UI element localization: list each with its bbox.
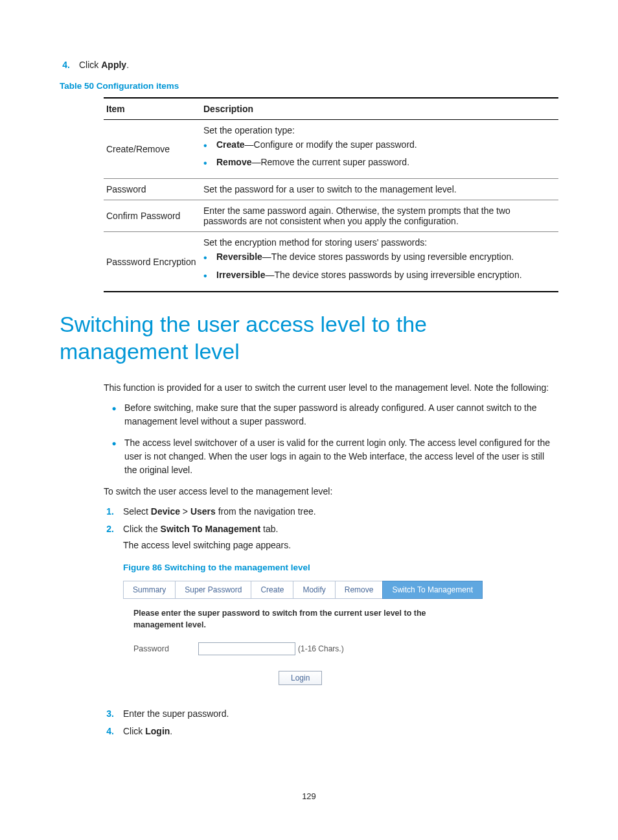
table-row: Confirm Password Enter the same password… (104, 200, 558, 232)
cell-item: Confirm Password (104, 200, 201, 232)
step-body: Click Login. (123, 725, 558, 738)
figure-caption: Figure 86 Switching to the management le… (123, 561, 558, 574)
cell-item: Password (104, 179, 201, 200)
login-button[interactable]: Login (279, 671, 322, 685)
list-item: Reversible—The device stores passwords b… (203, 250, 555, 265)
bullet-icon: ● (104, 436, 124, 477)
list-item: Remove—Remove the current super password… (203, 156, 555, 170)
tab-switch-to-management[interactable]: Switch To Management (382, 581, 483, 599)
step-2: 2. Click the Switch To Management tab. T… (104, 522, 558, 703)
table-header-row: Item Description (104, 98, 558, 120)
list-item: Create—Configure or modify the super pas… (203, 138, 555, 153)
configuration-table: Item Description Create/Remove Set the o… (104, 97, 558, 292)
step-3: 3. Enter the super password. (104, 707, 558, 721)
bullet-list: Reversible—The device stores passwords b… (203, 250, 555, 283)
step-body: Click Apply. (79, 58, 558, 72)
ui-screenshot: Summary Super Password Create Modify Rem… (123, 581, 553, 697)
step-1: 1. Select Device > Users from the naviga… (104, 505, 558, 519)
password-row: Password (1-16 Chars.) (133, 642, 543, 655)
step-subtext: The access level switching page appears. (123, 539, 558, 552)
button-row: Login (133, 671, 543, 685)
cell-desc: Set the password for a user to switch to… (201, 179, 558, 200)
bullet-list: Create—Configure or modify the super pas… (203, 138, 555, 170)
cell-item: Create/Remove (104, 120, 201, 179)
ui-instruction: Please enter the super password to switc… (133, 608, 444, 631)
step-number: 1. (104, 505, 123, 519)
list-item: Irreversible—The device stores passwords… (203, 268, 555, 283)
tab-summary[interactable]: Summary (123, 581, 176, 599)
cell-desc: Enter the same password again. Otherwise… (201, 200, 558, 232)
step-4: 4. Click Apply. (60, 58, 558, 72)
th-desc: Description (201, 98, 558, 120)
table-caption: Table 50 Configuration items (60, 81, 558, 91)
list-item: ●Before switching, make sure that the su… (104, 401, 558, 428)
step-number: 4. (104, 725, 123, 738)
notes-list: ●Before switching, make sure that the su… (104, 401, 558, 477)
step-body: Click the Switch To Management tab. The … (123, 522, 558, 703)
step-number: 3. (104, 707, 123, 721)
to-switch-paragraph: To switch the user access level to the m… (104, 485, 558, 498)
th-item: Item (104, 98, 201, 120)
step-number: 2. (104, 522, 123, 703)
ui-tabbar: Summary Super Password Create Modify Rem… (123, 581, 553, 599)
cell-desc: Set the operation type: Create—Configure… (201, 120, 558, 179)
table-row: Passsword Encryption Set the encryption … (104, 232, 558, 292)
step-body: Enter the super password. (123, 707, 558, 721)
password-label: Password (133, 643, 198, 655)
password-input[interactable] (198, 642, 295, 655)
page-number: 129 (0, 791, 618, 801)
tab-create[interactable]: Create (251, 581, 293, 599)
list-item: ●The access level switchover of a user i… (104, 436, 558, 477)
tab-modify[interactable]: Modify (293, 581, 335, 599)
cell-item: Passsword Encryption (104, 232, 201, 292)
bullet-icon: ● (104, 401, 124, 428)
step-body: Select Device > Users from the navigatio… (123, 505, 558, 519)
table-row: Password Set the password for a user to … (104, 179, 558, 200)
step-4b: 4. Click Login. (104, 725, 558, 738)
tab-remove[interactable]: Remove (335, 581, 383, 599)
procedure-list: 1. Select Device > Users from the naviga… (104, 505, 558, 738)
password-hint: (1-16 Chars.) (298, 643, 344, 655)
intro-paragraph: This function is provided for a user to … (104, 381, 558, 395)
tab-super-password[interactable]: Super Password (175, 581, 251, 599)
section-heading: Switching the user access level to the m… (60, 310, 558, 366)
table-row: Create/Remove Set the operation type: Cr… (104, 120, 558, 179)
step-list-top: 4. Click Apply. (60, 58, 558, 72)
ui-panel: Please enter the super password to switc… (123, 599, 553, 697)
cell-desc: Set the encryption method for storing us… (201, 232, 558, 292)
step-number: 4. (60, 58, 79, 72)
